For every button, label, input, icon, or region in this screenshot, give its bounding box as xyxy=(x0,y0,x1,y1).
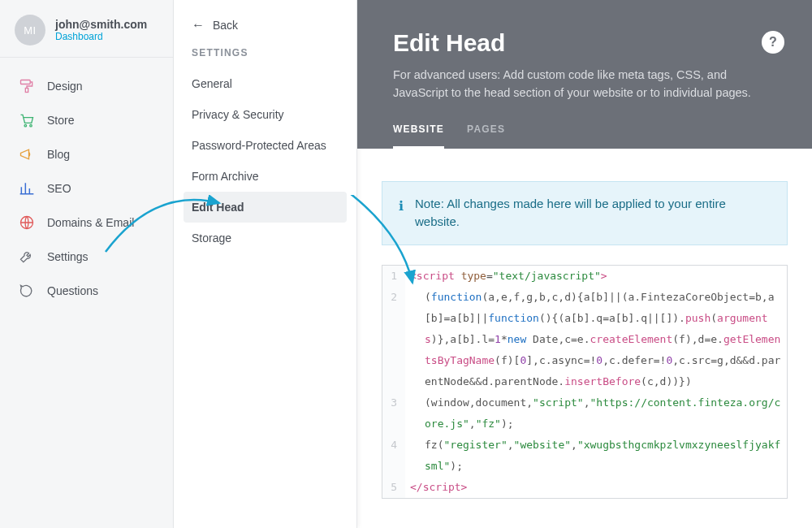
nav-label: Design xyxy=(47,80,83,93)
settings-item-general[interactable]: General xyxy=(184,68,347,99)
code-line-1: <script type="text/javascript"> xyxy=(405,266,787,287)
account-block: MI john@smith.com Dashboard xyxy=(0,0,173,57)
account-email: john@smith.com xyxy=(55,18,147,31)
code-line-2: (function(a,e,f,g,b,c,d){a[b]||(a.Fintez… xyxy=(405,287,787,392)
main-panel: ? Edit Head For advanced users: Add cust… xyxy=(357,0,812,528)
nav-item-store[interactable]: Store xyxy=(0,103,173,137)
megaphone-icon xyxy=(18,145,36,163)
primary-nav: Design Store Blog SEO Domains & Email Se… xyxy=(0,64,173,313)
line-number: 2 xyxy=(382,287,405,392)
dashboard-link[interactable]: Dashboard xyxy=(55,31,147,42)
tab-website[interactable]: WEBSITE xyxy=(393,123,444,149)
nav-label: Blog xyxy=(47,148,70,161)
settings-heading: SETTINGS xyxy=(184,47,347,68)
bar-chart-icon xyxy=(18,180,36,197)
code-line-4: fz("register","website","xwugbsthgcmkpzl… xyxy=(405,435,787,477)
settings-item-edithead[interactable]: Edit Head xyxy=(184,192,347,223)
nav-label: Settings xyxy=(47,250,89,263)
arrow-left-icon: ← xyxy=(192,18,205,32)
code-line-3: (window,document,"script","https://conte… xyxy=(405,392,787,435)
avatar: MI xyxy=(15,15,45,45)
tab-pages[interactable]: PAGES xyxy=(467,123,505,149)
settings-item-form[interactable]: Form Archive xyxy=(184,161,347,192)
code-editor[interactable]: 1 <script type="text/javascript"> 2 (fun… xyxy=(382,265,788,499)
nav-item-questions[interactable]: Questions xyxy=(0,274,173,308)
nav-item-domains[interactable]: Domains & Email xyxy=(0,206,173,240)
settings-item-privacy[interactable]: Privacy & Security xyxy=(184,99,347,130)
content-area: ℹ Note: All changes made here will be ap… xyxy=(357,149,812,529)
nav-label: Domains & Email xyxy=(47,216,134,229)
line-number: 4 xyxy=(382,435,405,477)
help-button[interactable]: ? xyxy=(762,31,784,54)
nav-label: SEO xyxy=(47,182,71,195)
svg-rect-0 xyxy=(21,80,31,84)
line-number: 3 xyxy=(382,392,405,435)
code-line-5: </script> xyxy=(405,477,787,498)
primary-sidebar: MI john@smith.com Dashboard Design Store… xyxy=(0,0,174,528)
settings-item-password[interactable]: Password-Protected Areas xyxy=(184,130,347,161)
nav-label: Store xyxy=(47,114,74,127)
nav-item-seo[interactable]: SEO xyxy=(0,171,173,206)
settings-item-storage[interactable]: Storage xyxy=(184,223,347,253)
note-text: Note: All changes made here will be appl… xyxy=(415,195,771,232)
account-text: john@smith.com Dashboard xyxy=(55,18,147,42)
cart-icon xyxy=(18,111,36,129)
back-label: Back xyxy=(213,19,238,32)
line-number: 5 xyxy=(382,477,405,498)
page-title: Edit Head xyxy=(393,29,776,57)
tabs: WEBSITE PAGES xyxy=(393,123,776,149)
svg-rect-1 xyxy=(25,89,28,93)
paint-roller-icon xyxy=(18,77,36,95)
page-header: ? Edit Head For advanced users: Add cust… xyxy=(357,0,812,149)
globe-icon xyxy=(18,214,36,232)
svg-point-2 xyxy=(24,124,26,127)
divider xyxy=(0,57,173,58)
wrench-icon xyxy=(18,248,36,266)
line-number: 1 xyxy=(382,266,405,287)
settings-sidebar: ← Back SETTINGS General Privacy & Securi… xyxy=(174,0,357,528)
info-icon: ℹ xyxy=(399,197,404,232)
nav-item-settings[interactable]: Settings xyxy=(0,240,173,274)
svg-point-3 xyxy=(30,124,32,127)
page-subtitle: For advanced users: Add custom code like… xyxy=(393,67,776,102)
nav-label: Questions xyxy=(47,284,98,297)
nav-item-blog[interactable]: Blog xyxy=(0,137,173,171)
nav-item-design[interactable]: Design xyxy=(0,69,173,103)
chat-icon xyxy=(18,282,36,300)
back-button[interactable]: ← Back xyxy=(184,15,347,47)
info-note: ℹ Note: All changes made here will be ap… xyxy=(382,181,788,245)
